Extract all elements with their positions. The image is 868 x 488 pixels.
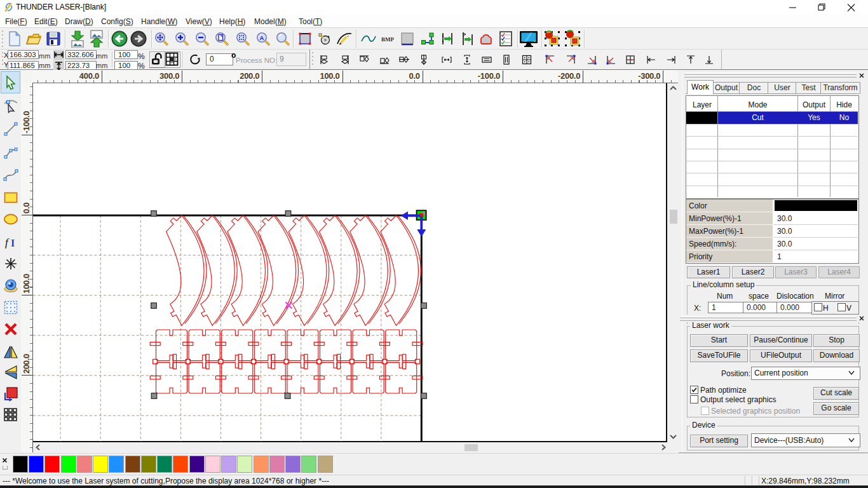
svg-text:BMP: BMP [381,36,394,43]
svg-text:f: f [5,236,10,248]
svg-text:I: I [11,238,15,248]
svg-text:A: A [260,34,264,41]
